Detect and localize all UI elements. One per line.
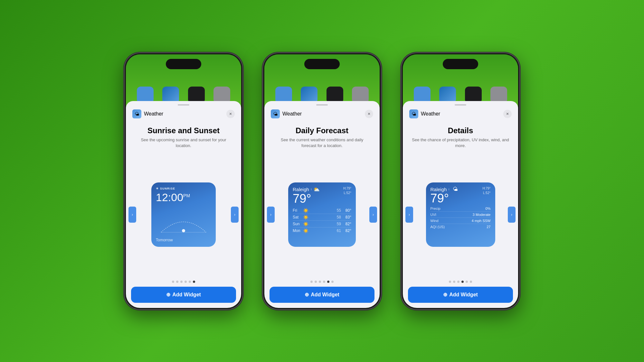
widget-preview-2: › Raleigh ↑ ⛅ 79°: [270, 149, 374, 281]
app-icon-2-3: [327, 87, 343, 103]
widget-desc-2: See the current weather conditions and d…: [270, 137, 374, 149]
dot-3-4[interactable]: [461, 281, 464, 283]
sunrise-tomorrow: Tomorrow: [156, 238, 173, 242]
detail-row-wind: Wind 4 mph SSW: [431, 218, 491, 224]
forecast-row-fri: Fri ☀️ 55 80°: [293, 207, 351, 214]
page-dots-2: [310, 281, 334, 283]
weather-app-icon-2: 🌤: [271, 109, 280, 118]
widget-sheet-1: 🌤 Weather × Sunrise and Sunset See the u…: [126, 101, 241, 308]
dot-3-3[interactable]: [457, 281, 459, 283]
app-icon-2-1: [275, 87, 292, 103]
dot-1-1[interactable]: [172, 281, 174, 283]
dot-2-6[interactable]: [331, 281, 334, 283]
detail-row-precip: Precip 0%: [431, 206, 491, 211]
sheet-title-3: Weather: [421, 111, 503, 117]
sun-icon-sat: ☀️: [302, 215, 309, 220]
location-arrow-icon: ↑: [310, 188, 312, 191]
app-icon-2-4: [352, 87, 369, 103]
sun-icon-sun: ☀️: [302, 221, 309, 227]
widget-preview-1: › ☀ SUNRISE 12:00PM: [131, 149, 236, 281]
dot-2-4[interactable]: [323, 281, 325, 283]
dynamic-island-2: [304, 59, 340, 69]
dot-1-2[interactable]: [176, 281, 178, 283]
sheet-title-1: Weather: [144, 111, 226, 117]
app-icon-2-2: [301, 87, 317, 103]
add-icon-3: ⊕: [443, 292, 447, 298]
dot-3-6[interactable]: [470, 281, 472, 283]
weather-condition-icon-3: 🌤: [453, 186, 458, 192]
close-button-3[interactable]: ×: [503, 110, 512, 118]
dot-3-1[interactable]: [449, 281, 451, 283]
widget-preview-3: › Raleigh ↑ 🌤 79°: [408, 149, 513, 281]
detail-row-aqi: AQI (US) 27: [431, 224, 491, 230]
phone-3: 🌤 Weather × Details See the chance of pr…: [401, 52, 520, 310]
sheet-header-1: 🌤 Weather ×: [131, 106, 236, 121]
add-icon-2: ⊕: [305, 292, 309, 298]
app-icon-2: [162, 87, 179, 103]
sunrise-arc: [151, 208, 216, 234]
dot-1-6[interactable]: [193, 281, 195, 283]
dot-1-5[interactable]: [189, 281, 191, 283]
add-widget-button-3[interactable]: ⊕ Add Widget: [408, 287, 513, 303]
svg-point-0: [182, 229, 185, 232]
sunrise-widget-card: ☀ SUNRISE 12:00PM: [151, 182, 216, 247]
app-icons-row-3: [403, 87, 518, 103]
add-widget-button-1[interactable]: ⊕ Add Widget: [131, 287, 236, 303]
left-arrow-3[interactable]: ›: [405, 207, 413, 223]
forecast-temp: 79°: [293, 192, 320, 205]
dot-2-1[interactable]: [310, 281, 313, 283]
widget-sheet-3: 🌤 Weather × Details See the chance of pr…: [403, 101, 518, 308]
widget-title-2: Daily Forecast: [296, 126, 348, 135]
left-arrow-1[interactable]: ›: [128, 207, 136, 223]
app-icon-4: [213, 87, 230, 103]
widget-desc-3: See the chance of precipitation, UV inde…: [408, 137, 513, 149]
details-hi-lo: H:79° L:52°: [482, 186, 490, 195]
location-arrow-icon-3: ↑: [448, 188, 450, 191]
weather-app-icon-3: 🌤: [409, 109, 418, 118]
page-dots-1: [172, 281, 195, 283]
close-button-1[interactable]: ×: [226, 110, 235, 118]
right-arrow-2[interactable]: ›: [369, 207, 377, 223]
sunrise-label: ☀ SUNRISE: [156, 187, 211, 190]
add-widget-button-2[interactable]: ⊕ Add Widget: [270, 287, 374, 303]
dot-3-2[interactable]: [453, 281, 455, 283]
app-icons-row-2: [264, 87, 380, 103]
app-icon-3: [188, 87, 205, 103]
sunrise-time: 12:00PM: [156, 191, 211, 203]
forecast-rows: Fri ☀️ 55 80° Sat ☀️ 58 83°: [293, 207, 351, 234]
close-button-2[interactable]: ×: [365, 110, 373, 118]
dot-2-3[interactable]: [319, 281, 321, 283]
details-widget-card: Raleigh ↑ 🌤 79° H:79° L:52°: [426, 182, 495, 247]
widget-desc-1: See the upcoming sunrise and sunset for …: [131, 137, 236, 149]
dot-1-4[interactable]: [185, 281, 187, 283]
dot-2-5[interactable]: [327, 281, 329, 283]
forecast-row-sat: Sat ☀️ 58 83°: [293, 214, 351, 220]
sheet-header-2: 🌤 Weather ×: [270, 106, 374, 121]
sun-icon-mon: ☀️: [302, 228, 309, 233]
widget-title-1: Sunrise and Sunset: [147, 126, 220, 135]
dot-3-5[interactable]: [466, 281, 468, 283]
forecast-row-sun: Sun ☀️ 59 82°: [293, 220, 351, 227]
detail-row-uvi: UVI 3 Moderate: [431, 211, 491, 218]
left-arrow-2[interactable]: ›: [267, 207, 275, 223]
right-arrow-3[interactable]: ›: [508, 207, 516, 223]
phone-2-inner: 🌤 Weather × Daily Forecast See the curre…: [264, 54, 380, 308]
forecast-row-mon: Mon ☀️ 61 82°: [293, 227, 351, 234]
dot-2-2[interactable]: [315, 281, 317, 283]
phone-1: 🌤 Weather × Sunrise and Sunset See the u…: [124, 52, 243, 310]
details-temp: 79°: [431, 192, 458, 204]
sheet-title-2: Weather: [282, 111, 365, 117]
right-arrow-1[interactable]: ›: [231, 207, 239, 223]
add-icon-1: ⊕: [166, 292, 170, 298]
page-dots-3: [449, 281, 472, 283]
phone-2: 🌤 Weather × Daily Forecast See the curre…: [262, 52, 382, 310]
forecast-widget-card: Raleigh ↑ ⛅ 79° H:79° L:52°: [288, 182, 356, 247]
app-icon-3-2: [439, 87, 456, 103]
detail-rows: Precip 0% UVI 3 Moderate Wind 4 mph SSW: [431, 206, 491, 230]
dynamic-island-1: [166, 59, 201, 69]
forecast-hi-lo: H:79° L:52°: [343, 186, 351, 195]
dot-1-3[interactable]: [180, 281, 183, 283]
app-icon-3-4: [490, 87, 507, 103]
phone-3-inner: 🌤 Weather × Details See the chance of pr…: [403, 54, 518, 308]
forecast-header: Raleigh ↑ ⛅ 79° H:79° L:52°: [293, 186, 351, 205]
